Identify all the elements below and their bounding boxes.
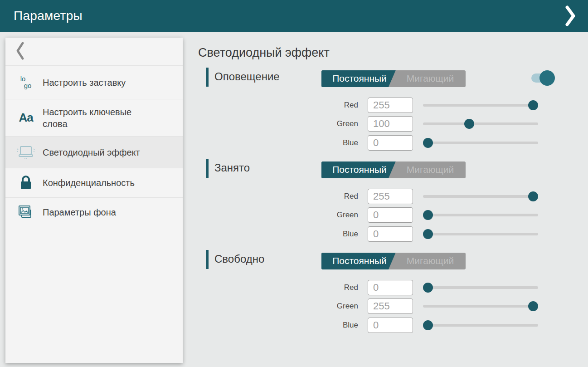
blue-value-input[interactable]: [368, 135, 413, 151]
accent-bar: [206, 250, 209, 269]
slider-thumb[interactable]: [423, 138, 433, 148]
blue-slider[interactable]: [423, 135, 538, 151]
mode-tabs[interactable]: Постоянный Мигающий: [321, 70, 466, 87]
blue-label: Blue: [313, 321, 358, 330]
accent-bar: [206, 68, 209, 87]
green-label: Green: [313, 302, 358, 311]
blue-slider[interactable]: [423, 226, 538, 242]
mode-tabs[interactable]: Постоянный Мигающий: [321, 161, 466, 178]
green-value-input[interactable]: [368, 116, 413, 132]
slider-track: [423, 142, 538, 144]
slider-thumb[interactable]: [423, 229, 433, 239]
green-slider[interactable]: [423, 298, 538, 314]
slider-track: [423, 233, 538, 235]
section-title: Оповещение: [214, 70, 280, 83]
blue-slider[interactable]: [423, 318, 538, 333]
notification-toggle[interactable]: [531, 70, 555, 86]
accent-bar: [206, 159, 209, 178]
slider-thumb[interactable]: [464, 119, 474, 129]
slider-thumb[interactable]: [423, 320, 433, 330]
toggle-knob: [539, 70, 555, 86]
green-value-input[interactable]: [368, 207, 413, 223]
rgb-row-green: Green: [313, 207, 538, 223]
chevron-left-icon: [16, 42, 24, 62]
slider-track: [423, 104, 538, 107]
tab-blinking[interactable]: Мигающий: [396, 255, 465, 266]
slider-track: [423, 122, 538, 125]
rgb-row-blue: Blue: [313, 226, 538, 242]
red-label: Red: [313, 283, 358, 292]
page-title: Параметры: [14, 9, 83, 23]
blue-value-input[interactable]: [368, 226, 413, 242]
red-value-input[interactable]: [368, 280, 413, 295]
rgb-row-blue: Blue: [313, 318, 538, 333]
tab-blinking[interactable]: Мигающий: [396, 164, 465, 175]
led-section-notification: Оповещение Постоянный Мигающий Red Green…: [0, 68, 588, 154]
tab-solid[interactable]: Постоянный: [325, 164, 394, 175]
green-label: Green: [313, 119, 358, 128]
slider-thumb[interactable]: [528, 301, 538, 311]
section-title: Занято: [214, 161, 250, 174]
slider-thumb[interactable]: [528, 100, 538, 110]
mode-tabs[interactable]: Постоянный Мигающий: [321, 253, 466, 269]
section-heading: Светодиодный эффект: [198, 46, 330, 60]
green-slider[interactable]: [423, 116, 538, 132]
slider-track: [423, 195, 538, 198]
red-label: Red: [313, 101, 358, 110]
rgb-row-green: Green: [313, 116, 538, 132]
rgb-row-blue: Blue: [313, 135, 538, 151]
tab-blinking[interactable]: Мигающий: [396, 73, 465, 84]
rgb-row-red: Red: [313, 189, 538, 204]
slider-thumb[interactable]: [423, 283, 433, 293]
rgb-row-red: Red: [313, 98, 538, 113]
red-value-input[interactable]: [368, 189, 413, 204]
slider-thumb[interactable]: [528, 191, 538, 201]
led-section-free: Свободно Постоянный Мигающий Red Green B…: [0, 250, 588, 336]
red-slider[interactable]: [423, 280, 538, 295]
blue-label: Blue: [313, 230, 358, 239]
blue-label: Blue: [313, 138, 358, 147]
tab-solid[interactable]: Постоянный: [325, 255, 394, 266]
green-slider[interactable]: [423, 207, 538, 223]
section-title: Свободно: [214, 253, 264, 265]
green-label: Green: [313, 210, 358, 220]
rgb-row-green: Green: [313, 298, 538, 314]
red-slider[interactable]: [423, 189, 538, 204]
sidebar-back-button[interactable]: [5, 38, 183, 66]
led-section-busy: Занято Постоянный Мигающий Red Green Blu…: [0, 159, 588, 245]
chevron-right-icon[interactable]: [564, 5, 576, 27]
app-header: Параметры: [0, 0, 588, 32]
slider-track: [423, 305, 538, 308]
red-slider[interactable]: [423, 98, 538, 113]
red-value-input[interactable]: [368, 98, 413, 113]
tab-solid[interactable]: Постоянный: [325, 73, 394, 84]
slider-track: [423, 214, 538, 216]
slider-thumb[interactable]: [423, 210, 433, 220]
red-label: Red: [313, 192, 358, 201]
blue-value-input[interactable]: [368, 318, 413, 333]
rgb-row-red: Red: [313, 280, 538, 295]
slider-track: [423, 286, 538, 289]
slider-track: [423, 324, 538, 327]
green-value-input[interactable]: [368, 298, 413, 314]
